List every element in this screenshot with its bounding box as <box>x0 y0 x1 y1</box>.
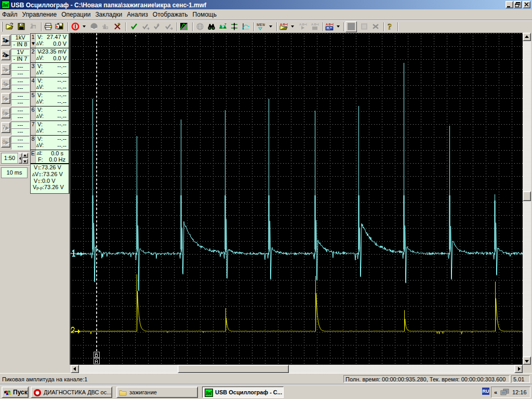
svg-text:A:B=C: A:B=C <box>311 23 319 26</box>
svg-text:MEM: MEM <box>257 23 265 26</box>
svg-text:A:B=C: A:B=C <box>326 23 334 26</box>
svg-text:A:B=C: A:B=C <box>299 23 307 26</box>
svg-text:A:B=C: A:B=C <box>280 23 288 26</box>
svg-text:?: ? <box>388 22 392 31</box>
